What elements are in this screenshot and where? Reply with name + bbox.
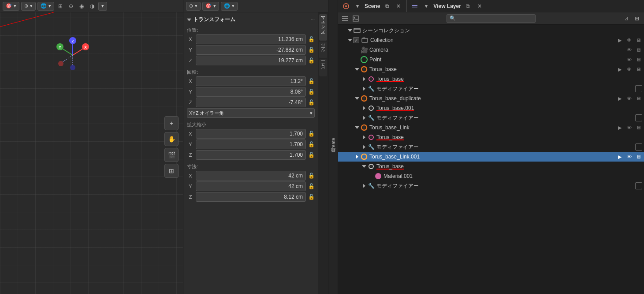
tab-item[interactable]: アイテム [319, 14, 327, 41]
collection-item[interactable]: Collection ▶ 👁 🖥 [338, 35, 644, 45]
torus-dup-arrow-btn[interactable]: ▶ [616, 94, 624, 102]
misc-tab[interactable]: 雑紙 [329, 155, 337, 158]
dim-z-input[interactable] [196, 192, 306, 202]
view-layer-dropdown[interactable]: ▾ [422, 2, 431, 11]
torus-link001-group-arrow[interactable] [354, 154, 360, 160]
scale-x-lock[interactable]: 🔓 [308, 130, 315, 137]
scale-y-lock[interactable]: 🔓 [308, 141, 315, 148]
torus-base-dup-group-arrow[interactable] [354, 95, 360, 102]
view-layer-icon[interactable] [410, 2, 419, 11]
collection-arrow-btn[interactable]: ▶ [616, 36, 624, 44]
tool-grid[interactable]: ⊞ [164, 164, 179, 178]
rot-y-lock[interactable]: 🔓 [308, 88, 315, 95]
torus-base-group-arrow[interactable] [354, 66, 360, 72]
torus-base-group-eye-btn[interactable]: 👁 [625, 65, 633, 73]
view-layer-copy-icon[interactable]: ⧉ [464, 2, 473, 11]
rot-x-lock[interactable]: 🔓 [308, 78, 315, 85]
point-item[interactable]: Point 👁 🖥 [338, 55, 644, 64]
scene-header-icon1[interactable] [342, 2, 350, 11]
scene-close-icon[interactable]: ✕ [394, 2, 403, 11]
tab-tool[interactable]: ツール [319, 41, 327, 58]
modifier1-checkbox[interactable] [635, 85, 642, 92]
torus-link001-arrow-btn[interactable]: ▶ [616, 153, 624, 161]
torus-link001-obj-item[interactable]: Torus_base リンク複製 [338, 162, 644, 171]
euler-select[interactable]: XYZ オイラー角 ▾ [187, 108, 315, 118]
viewport[interactable]: Z X Y 🎯▾ ⊕▾ 🌐▾ ⊞ ⊙ ◉ ◑ [0, 0, 183, 294]
torus-base-group-screen-btn[interactable]: 🖥 [634, 65, 642, 73]
torus-link-group-item[interactable]: Torus_base_Link ▶ 👁 🖥 [338, 123, 644, 132]
outliner-view-btn[interactable] [341, 14, 350, 23]
torus-base-obj-arrow[interactable] [361, 76, 367, 82]
props-view-dropdown[interactable]: ⊕▾ [186, 2, 201, 11]
view-layer-close-icon[interactable]: ✕ [475, 2, 484, 11]
material001-item[interactable]: Material.001 [338, 171, 644, 181]
point-eye-btn[interactable]: 👁 [625, 56, 633, 64]
modifier3-checkbox[interactable] [635, 143, 642, 151]
scale-z-lock[interactable]: 🔓 [308, 151, 315, 158]
collection-checkbox[interactable] [353, 37, 359, 43]
viewport-gizmo-dropdown[interactable]: 🌐▾ [37, 2, 54, 11]
viewport-mode-dropdown[interactable]: ▾ [98, 2, 107, 11]
create-tab[interactable]: Create [330, 136, 337, 154]
torus-link-screen-btn[interactable]: 🖥 [634, 124, 642, 132]
viewport-icon1[interactable]: ⊞ [56, 2, 65, 11]
torus-link001-screen-btn[interactable]: 🖥 [634, 153, 642, 161]
modifier4-item[interactable]: 🔧 モディファイアー [338, 181, 644, 191]
props-mode-dropdown[interactable]: 🎯▾ [202, 2, 219, 11]
torus-link-group-arrow[interactable] [354, 124, 360, 131]
outliner-image-btn[interactable] [351, 14, 360, 23]
collection-eye-btn[interactable]: 👁 [625, 36, 633, 44]
torus-base-obj-item[interactable]: Torus_base 元オブジェクト [338, 74, 644, 84]
tab-view[interactable]: ビュー [319, 59, 327, 76]
scale-x-input[interactable] [196, 129, 306, 139]
torus-link-obj-arrow[interactable] [361, 134, 367, 140]
torus-dup-screen-btn[interactable]: 🖥 [634, 94, 642, 102]
props-another-dropdown[interactable]: 🌐▾ [221, 2, 238, 11]
torus-link-eye-btn[interactable]: 👁 [625, 124, 633, 132]
torus-link001-eye-btn[interactable]: 👁 [625, 153, 633, 161]
scene-collection-arrow[interactable] [347, 27, 353, 34]
modifier4-checkbox[interactable] [635, 182, 642, 189]
scale-y-input[interactable] [196, 139, 306, 149]
dim-y-lock[interactable]: 🔓 [308, 183, 315, 190]
viewport-icon4[interactable]: ◑ [88, 2, 97, 11]
scene-copy-icon[interactable]: ⧉ [383, 2, 391, 11]
pos-x-input[interactable] [196, 34, 306, 44]
scene-dropdown-arrow[interactable]: ▾ [353, 2, 362, 11]
transform-section-header[interactable]: トランスフォーム ··· [187, 14, 315, 25]
camera-eye-btn[interactable]: 👁 [625, 46, 633, 54]
rot-y-input[interactable] [196, 87, 306, 97]
scale-z-input[interactable] [196, 150, 306, 160]
tool-camera[interactable]: 🎬 [164, 148, 179, 162]
viewport-icon2[interactable]: ⊙ [67, 2, 75, 11]
filter-icon[interactable]: ⊿ [622, 14, 631, 23]
pos-x-lock[interactable]: 🔓 [308, 36, 315, 43]
camera-screen-btn[interactable]: 🖥 [634, 46, 642, 54]
tool-move[interactable]: ✋ [164, 132, 179, 146]
pos-z-input[interactable] [196, 56, 306, 65]
rot-z-input[interactable] [196, 98, 306, 107]
rot-x-input[interactable] [196, 76, 306, 86]
sync-icon[interactable]: ⊞ [633, 14, 641, 23]
scene-collection-item[interactable]: シーンコレクション [338, 26, 644, 35]
modifier2-checkbox[interactable] [635, 114, 642, 121]
modifier2-item[interactable]: 🔧 モディファイアー [338, 113, 644, 123]
modifier1-arrow[interactable] [361, 86, 367, 92]
torus-base-dup-group-item[interactable]: Torus_base_duplicate ▶ 👁 🖥 [338, 94, 644, 103]
pos-y-lock[interactable]: 🔓 [308, 46, 315, 53]
dim-x-input[interactable] [196, 171, 306, 181]
pos-z-lock[interactable]: 🔓 [308, 57, 315, 64]
modifier1-item[interactable]: 🔧 モディファイアー [338, 84, 644, 94]
modifier4-arrow[interactable] [361, 183, 367, 189]
viewport-icon3[interactable]: ◉ [77, 2, 86, 11]
modifier3-arrow[interactable] [361, 144, 367, 150]
search-input[interactable] [458, 16, 532, 21]
point-screen-btn[interactable]: 🖥 [634, 56, 642, 64]
pos-y-input[interactable] [196, 45, 306, 55]
dim-z-lock[interactable]: 🔓 [308, 193, 315, 200]
collection-screen-btn[interactable]: 🖥 [634, 36, 642, 44]
tool-add[interactable]: + [164, 116, 179, 130]
torus-link-obj-item[interactable]: Torus_base リンク複製 [338, 132, 644, 142]
torus-base-001-arrow[interactable] [361, 105, 367, 111]
collection-arrow[interactable] [347, 37, 353, 43]
